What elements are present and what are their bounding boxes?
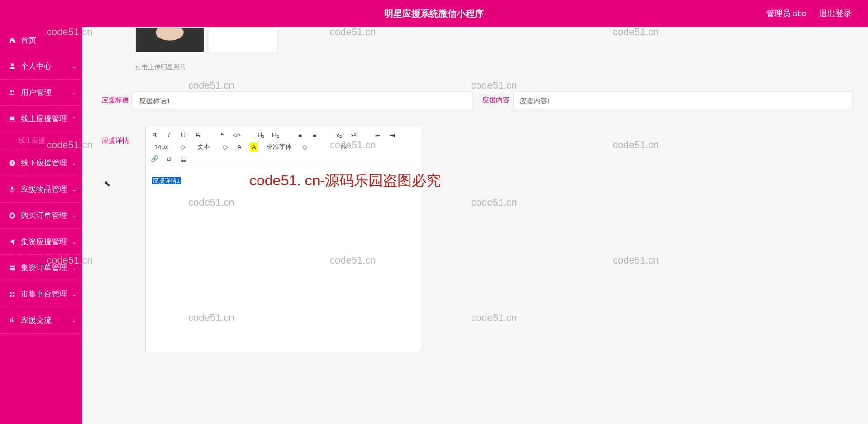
chevron-up-icon: ⌃ (72, 116, 76, 122)
sidebar-item-online[interactable]: 线上应援管理 ⌃ (0, 106, 82, 132)
block-type-select[interactable]: 文本 (193, 142, 215, 151)
user-icon (8, 62, 16, 71)
bold-button[interactable]: B (150, 131, 158, 140)
quote-button[interactable]: ❝ (218, 131, 226, 140)
home-icon (8, 36, 16, 44)
sidebar-item-label: 线上应援管理 (21, 113, 67, 124)
users-icon (8, 89, 16, 97)
bars-icon (8, 316, 16, 325)
clock-icon (8, 159, 16, 167)
sidebar-item-offline[interactable]: 线下应援管理 ⌄ (0, 150, 82, 176)
superscript-button[interactable]: x² (349, 131, 358, 140)
list-icon (8, 264, 16, 272)
chevron-down-icon: ⌄ (72, 212, 76, 219)
selected-text: 应援详情1 (152, 177, 181, 184)
code-button[interactable]: </> (233, 131, 241, 140)
content-input[interactable] (513, 91, 853, 110)
chevron-down-icon: ⌄ (72, 317, 76, 324)
sidebar-item-label: 集资订单管理 (21, 263, 67, 273)
app-title: 明星应援系统微信小程序 (384, 8, 484, 20)
sidebar-item-label: 线下应援管理 (21, 158, 67, 168)
sidebar-item-label: 用户管理 (21, 87, 52, 98)
strike-button[interactable]: S (194, 131, 202, 140)
h1-button[interactable]: H₁ (257, 131, 265, 140)
sidebar-item-label: 应援交流 (21, 315, 52, 325)
clear-format-button[interactable]: Tx (339, 142, 348, 151)
sidebar-item-fundorders[interactable]: 集资订单管理 ⌄ (0, 255, 82, 281)
ordered-list-button[interactable]: ≡ (296, 131, 304, 140)
chevron-down-icon: ⌄ (72, 265, 76, 271)
link-button[interactable]: 🔗 (150, 154, 158, 163)
save-button[interactable]: ▤ (179, 154, 187, 163)
uploaded-photo[interactable] (135, 27, 204, 52)
cart-icon (8, 212, 16, 220)
online-icon (8, 115, 16, 123)
rich-editor: B I U S ❝ </> H₁ H₂ ≡ ≡ x₂ x² (145, 127, 421, 352)
send-icon (8, 238, 16, 246)
sidebar-item-label: 集资应援管理 (21, 236, 67, 247)
h2-button[interactable]: H₂ (272, 131, 280, 140)
chevron-down-icon: ⌄ (72, 90, 76, 96)
align-button[interactable]: ≡ (325, 142, 333, 151)
subscript-button[interactable]: x₂ (335, 131, 343, 140)
sidebar-item-goods[interactable]: 应援物品管理 ⌄ (0, 176, 82, 203)
sidebar-item-label: 应援物品管理 (21, 184, 67, 194)
text-color-button[interactable]: A (235, 142, 243, 151)
font-family-select[interactable]: 标准字体 (264, 142, 294, 151)
sidebar-sub-online[interactable]: 线上应援 (0, 132, 82, 150)
sidebar: 首页 个人中心 ⌄ 用户管理 ⌄ 线上应援管理 ⌃ 线上应援 线下应援管理 ⌄ … (0, 27, 82, 424)
unordered-list-button[interactable]: ≡ (310, 131, 319, 140)
editor-toolbar: B I U S ❝ </> H₁ H₂ ≡ ≡ x₂ x² (146, 127, 421, 166)
slogan-label: 应援标语 (97, 91, 129, 110)
outdent-button[interactable]: ⇥ (388, 131, 396, 140)
editor-canvas[interactable]: 应援详情1 (146, 166, 421, 352)
underline-button[interactable]: U (179, 131, 187, 140)
bg-color-button[interactable]: A (250, 142, 258, 151)
sidebar-sub-label: 线上应援 (18, 137, 45, 145)
sidebar-item-label: 购买订单管理 (21, 210, 67, 221)
sidebar-item-profile[interactable]: 个人中心 ⌄ (0, 53, 82, 80)
image-button[interactable]: ⧉ (165, 154, 173, 163)
logout-link[interactable]: 退出登录 (819, 8, 852, 19)
sidebar-item-home[interactable]: 首页 (0, 27, 82, 53)
caret-icon: ◇ (221, 142, 229, 151)
caret-icon: ◇ (300, 142, 309, 151)
market-icon (8, 290, 16, 298)
slogan-input[interactable] (133, 91, 472, 110)
sidebar-item-orders[interactable]: 购买订单管理 ⌄ (0, 203, 82, 229)
sidebar-item-forum[interactable]: 应援交流 ⌄ (0, 307, 82, 334)
content-label: 应援内容 (478, 91, 510, 110)
chevron-down-icon: ⌄ (72, 186, 76, 193)
chevron-down-icon: ⌄ (72, 239, 76, 245)
font-size-select[interactable]: 14px (150, 142, 172, 151)
detail-label: 应援详情 (97, 137, 129, 352)
chevron-down-icon: ⌄ (72, 160, 76, 166)
italic-button[interactable]: I (165, 131, 173, 140)
caret-icon: ◇ (178, 142, 186, 151)
upload-slot[interactable] (209, 27, 277, 52)
sidebar-item-label: 市集平台管理 (21, 289, 67, 299)
sidebar-item-users[interactable]: 用户管理 ⌄ (0, 80, 82, 106)
sidebar-item-label: 首页 (21, 35, 36, 46)
sidebar-item-fund[interactable]: 集资应援管理 ⌄ (0, 229, 82, 255)
upload-hint: 点击上传明星照片 (135, 63, 853, 71)
sidebar-item-label: 个人中心 (21, 61, 52, 71)
sidebar-item-market[interactable]: 市集平台管理 ⌄ (0, 281, 82, 307)
top-bar: 明星应援系统微信小程序 管理员 abo 退出登录 (0, 0, 868, 27)
chevron-down-icon: ⌄ (72, 63, 76, 70)
main-content: 点击上传明星照片 应援标语 应援内容 应援详情 B I U S ❝ </> (82, 27, 868, 424)
chevron-down-icon: ⌄ (72, 291, 76, 297)
mic-icon (8, 185, 16, 193)
indent-button[interactable]: ⇤ (374, 131, 382, 140)
admin-name[interactable]: 管理员 abo (766, 8, 806, 19)
